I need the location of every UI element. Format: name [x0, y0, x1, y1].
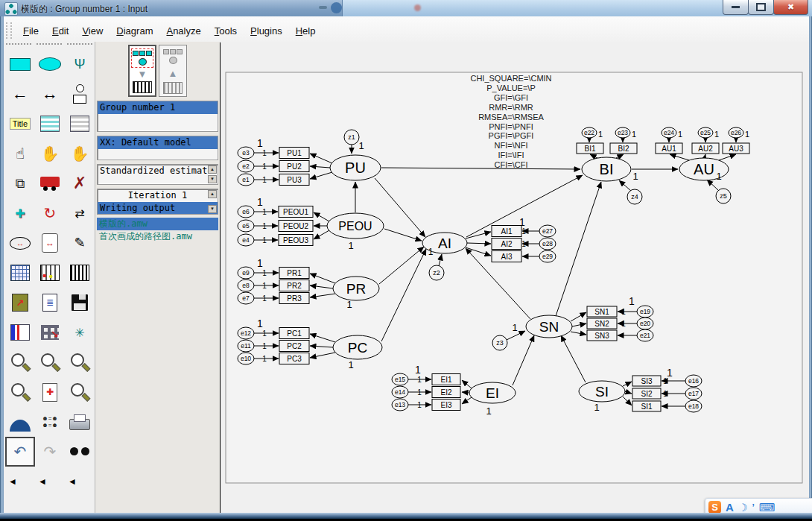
move-parameter-values-button[interactable]: ↔ [5, 228, 35, 258]
error-label-e28[interactable]: e28 [542, 240, 553, 247]
indicator-label-PU1[interactable]: PU1 [287, 149, 302, 157]
fixed-parameter-1[interactable]: 1 [417, 388, 422, 397]
select-one-object-button[interactable]: ☝ [5, 139, 35, 168]
search-button[interactable] [65, 437, 95, 467]
spin-down-icon[interactable]: ▼ [208, 175, 217, 183]
fixed-parameter-1[interactable]: 1 [358, 140, 364, 151]
redo-button[interactable]: ↷ [35, 437, 65, 467]
deselect-all-objects-button[interactable]: ✋ [65, 139, 95, 168]
latent-label-AU[interactable]: AU [694, 161, 714, 177]
computation-line[interactable]: Iteration 1 [98, 189, 218, 202]
fixed-parameter-1[interactable]: 1 [346, 299, 352, 310]
group-item[interactable]: Group number 1 [98, 101, 218, 114]
fixed-parameter-1[interactable]: 1 [257, 137, 263, 149]
error-label-e7[interactable]: e7 [242, 294, 250, 302]
restore-button[interactable] [748, 0, 774, 15]
error-label-e13[interactable]: e13 [395, 401, 405, 408]
select-all-objects-button[interactable]: ✋ [35, 139, 65, 168]
fit-indices-caption-line[interactable]: IFI=\IFI [498, 151, 524, 160]
indicator-label-PR3[interactable]: PR3 [287, 294, 302, 303]
rotate-indicators-button[interactable]: ↻ [35, 198, 65, 228]
spin-up-icon[interactable]: ▲ [208, 190, 217, 198]
fixed-parameter-1[interactable]: 1 [262, 282, 267, 290]
disturbance-label-z1[interactable]: z1 [348, 133, 355, 141]
add-error-term-button[interactable] [65, 79, 95, 109]
touch-up-button[interactable]: ✎ [65, 228, 95, 258]
error-label-e15[interactable]: e15 [395, 376, 405, 383]
reflect-indicators-button[interactable]: ⇄ [65, 198, 95, 228]
view-input-path-diagram-button[interactable] [128, 45, 156, 97]
list-dataset-variables-button[interactable] [35, 109, 65, 139]
menu-view[interactable]: View [75, 22, 110, 42]
fit-to-page-button[interactable]: ✚ [35, 377, 65, 407]
indicator-label-SN1[interactable]: SN1 [594, 308, 609, 316]
scroll-diagram-button[interactable]: ↔ [35, 228, 65, 258]
fixed-parameter-1[interactable]: 1 [716, 171, 721, 182]
disturbance-label-z4[interactable]: z4 [631, 193, 638, 200]
data-files-button[interactable] [5, 258, 35, 288]
error-label-e2[interactable]: e2 [242, 162, 250, 170]
draw-unobserved-variable-button[interactable] [35, 49, 65, 79]
files-list[interactable]: 横版的.amw首次画成的路径图.amw [97, 218, 218, 243]
indicator-label-SI1[interactable]: SI1 [641, 402, 652, 411]
fixed-parameter-1[interactable]: 1 [257, 196, 263, 208]
error-label-e3[interactable]: e3 [242, 149, 250, 157]
fit-indices-caption-line[interactable]: PNFI=\PNFI [489, 122, 533, 131]
indicator-label-PU2[interactable]: PU2 [287, 162, 302, 171]
error-label-e19[interactable]: e19 [640, 308, 650, 315]
indicator-label-PC1[interactable]: PC1 [287, 329, 302, 338]
fixed-parameter-1[interactable]: 1 [262, 176, 267, 184]
latent-label-PEOU[interactable]: PEOU [338, 220, 372, 233]
draw-path-button[interactable]: ← [5, 79, 35, 109]
fixed-parameter-1[interactable]: 1 [262, 269, 267, 277]
error-label-e4[interactable]: e4 [242, 236, 250, 244]
undo-button[interactable]: ↶ [5, 437, 35, 467]
indicator-label-PEOU1[interactable]: PEOU1 [283, 208, 308, 216]
fixed-parameter-1[interactable]: 1 [663, 377, 667, 385]
minimize-button[interactable] [723, 0, 749, 15]
fit-indices-caption-line[interactable]: PGFI=\PGFI [489, 131, 534, 140]
bayesian-estimation-button[interactable] [5, 407, 35, 437]
fixed-parameter-1[interactable]: 1 [714, 130, 719, 139]
latent-label-AI[interactable]: AI [438, 236, 451, 251]
input-mode-letter-icon[interactable]: A [726, 501, 734, 514]
error-label-e24[interactable]: e24 [664, 129, 674, 136]
indicator-label-AI3[interactable]: AI3 [501, 253, 512, 261]
error-label-e10[interactable]: e10 [241, 355, 251, 362]
menu-tools[interactable]: Tools [208, 22, 244, 42]
error-label-e9[interactable]: e9 [242, 269, 250, 277]
latent-label-PU[interactable]: PU [345, 160, 366, 176]
indicator-label-SN3[interactable]: SN3 [594, 332, 609, 340]
error-label-e16[interactable]: e16 [688, 377, 699, 385]
error-label-e17[interactable]: e17 [688, 390, 699, 397]
error-label-e21[interactable]: e21 [640, 332, 650, 339]
indicator-label-EI1[interactable]: EI1 [440, 376, 451, 384]
view-output-path-diagram-button[interactable] [159, 45, 187, 97]
menu-help[interactable]: Help [289, 22, 323, 42]
latent-label-PC[interactable]: PC [348, 340, 367, 356]
path-diagram-canvas[interactable]: CHI_SQUARE=\CMINP_VALUE=\PGFI=\GFIRMR=\R… [221, 42, 809, 513]
fixed-parameter-1[interactable]: 1 [519, 216, 525, 228]
fixed-parameter-1[interactable]: 1 [262, 162, 267, 171]
drag-properties-button[interactable]: ↘ [35, 318, 65, 347]
error-label-e8[interactable]: e8 [242, 282, 250, 289]
move-parameter-button[interactable]: ✚ [5, 198, 35, 228]
fixed-parameter-1[interactable]: 1 [678, 130, 682, 139]
indicator-label-BI2[interactable]: BI2 [618, 145, 629, 153]
fit-indices-caption-line[interactable]: RMSEA=\RMSEA [478, 113, 544, 121]
error-label-e5[interactable]: e5 [242, 222, 250, 230]
fit-indices-caption-line[interactable]: RMR=\RMR [489, 103, 533, 112]
calculate-estimates-button[interactable] [65, 258, 95, 288]
latent-label-SI[interactable]: SI [595, 384, 609, 400]
indicator-label-PC2[interactable]: PC2 [287, 342, 302, 350]
computation-line[interactable]: Writing output [98, 202, 218, 215]
error-label-e6[interactable]: e6 [242, 208, 250, 215]
indicator-label-PEOU3[interactable]: PEOU3 [283, 236, 308, 244]
indicator-label-SI3[interactable]: SI3 [641, 377, 652, 385]
draw-observed-variable-button[interactable] [5, 49, 35, 79]
fixed-parameter-1[interactable]: 1 [745, 130, 749, 139]
resize-handle-left-3[interactable]: ◄ [65, 467, 95, 496]
indicator-label-AU2[interactable]: AU2 [698, 145, 713, 153]
list-model-variables-button[interactable] [65, 109, 95, 139]
indicator-label-BI1[interactable]: BI1 [584, 145, 595, 153]
